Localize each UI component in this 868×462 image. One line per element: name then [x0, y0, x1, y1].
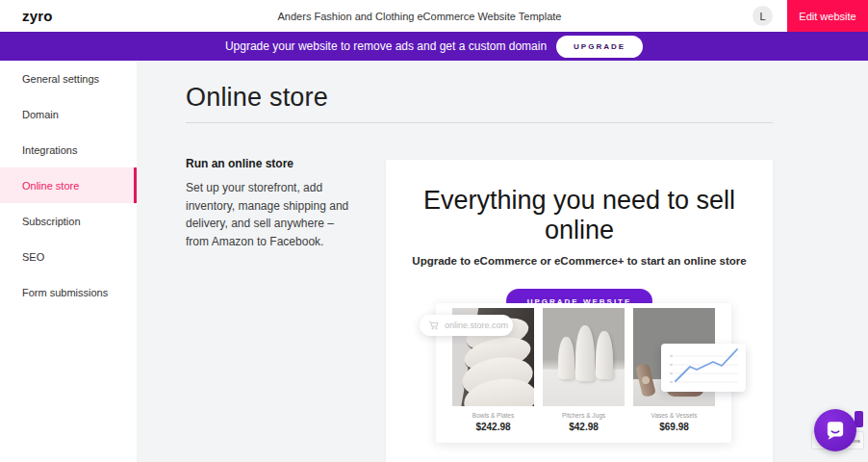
line-chart-sparkline-icon: [661, 344, 746, 392]
ecommerce-upsell-card: Everything you need to sell online Upgra…: [386, 160, 773, 462]
product-price: $42.98: [543, 422, 625, 432]
sales-chart-card: [661, 344, 746, 392]
intro-description: Set up your storefront, add inventory, m…: [186, 179, 357, 250]
heading-divider: [186, 122, 773, 123]
product-price: $242.98: [452, 422, 534, 432]
site-title: Anders Fashion and Clothing eCommerce We…: [0, 11, 868, 22]
product-name: Pitchers & Jugs: [543, 412, 625, 419]
store-url-text: online.store.com: [445, 321, 508, 330]
upgrade-banner-text: Upgrade your website to remove ads and g…: [225, 39, 547, 53]
upgrade-banner-button[interactable]: UPGRADE: [556, 36, 643, 58]
sidebar-item-online-store[interactable]: Online store: [0, 167, 137, 203]
app-window: zyro Anders Fashion and Clothing eCommer…: [0, 0, 868, 462]
sidebar-item-form-submissions[interactable]: Form submissions: [0, 274, 137, 310]
topbar: zyro Anders Fashion and Clothing eCommer…: [0, 0, 868, 32]
sidebar-item-general-settings[interactable]: General settings: [0, 61, 137, 96]
sidebar-item-integrations[interactable]: Integrations: [0, 132, 137, 167]
user-avatar[interactable]: L: [753, 6, 773, 26]
product-price: $69.98: [633, 422, 715, 432]
smile-chat-bubble-icon: [823, 418, 848, 443]
edit-website-button[interactable]: Edit website: [787, 0, 868, 32]
upsell-subheading: Upgrade to eCommerce or eCommerce+ to st…: [386, 255, 773, 267]
sidebar-item-domain[interactable]: Domain: [0, 96, 137, 132]
product-name: Bowls & Plates: [452, 412, 534, 419]
settings-sidebar: General settings Domain Integrations Onl…: [0, 61, 137, 462]
intro-title: Run an online store: [186, 157, 357, 170]
upsell-heading: Everything you need to sell online: [386, 186, 773, 245]
product-image-pitchers: [543, 308, 625, 406]
chat-widget-button[interactable]: [814, 409, 856, 451]
intro-column: Run an online store Set up your storefro…: [186, 157, 357, 250]
shopping-cart-icon: [428, 320, 440, 331]
zyro-logo[interactable]: zyro: [22, 8, 53, 24]
page-title: Online store: [186, 83, 328, 113]
store-url-pill: online.store.com: [420, 315, 513, 336]
sidebar-item-seo[interactable]: SEO: [0, 239, 137, 274]
product-tile: Pitchers & Jugs $42.98: [543, 308, 625, 443]
product-name: Vases & Vessels: [633, 412, 715, 419]
sidebar-item-subscription[interactable]: Subscription: [0, 203, 137, 239]
upgrade-banner: Upgrade your website to remove ads and g…: [0, 32, 868, 61]
main-content: Online store Run an online store Set up …: [137, 61, 868, 462]
